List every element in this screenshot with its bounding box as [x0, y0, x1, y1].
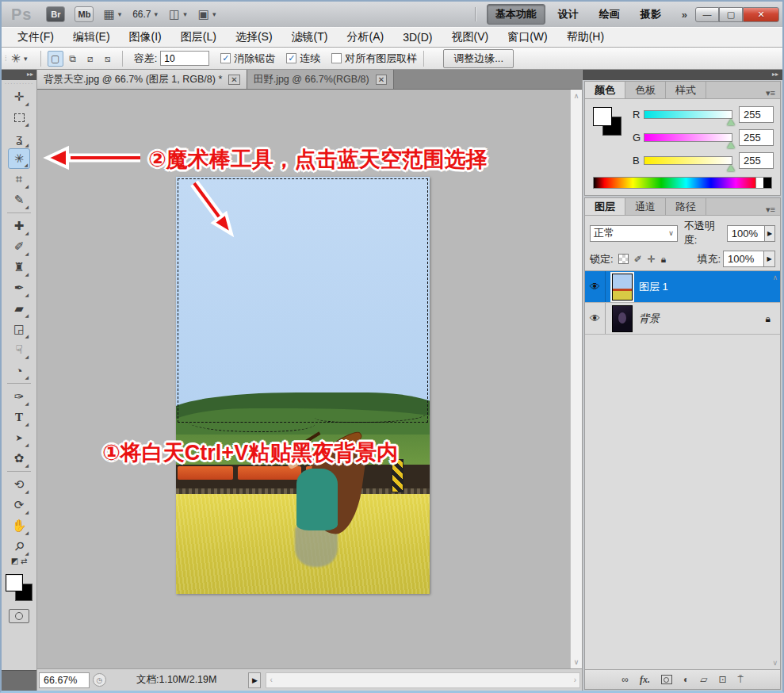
- quick-mask-button[interactable]: [9, 609, 29, 623]
- add-mask-icon[interactable]: [661, 675, 672, 684]
- tab-layers[interactable]: 图层: [585, 198, 625, 215]
- close-button[interactable]: ✕: [743, 7, 779, 22]
- foreground-color-swatch[interactable]: [6, 574, 23, 592]
- intersect-selection-button[interactable]: ⧅: [100, 51, 116, 67]
- bridge-button[interactable]: Br: [46, 6, 65, 22]
- red-slider[interactable]: [644, 110, 732, 119]
- spot-healing-brush-tool[interactable]: ✚◢: [8, 216, 30, 236]
- blue-slider[interactable]: [644, 156, 732, 165]
- 3d-orbit-tool[interactable]: ⟳◢: [8, 495, 30, 515]
- sample-all-layers-checkbox[interactable]: 对所有图层取样: [331, 52, 417, 66]
- horizontal-scrollbar[interactable]: ‹ ›: [266, 672, 580, 688]
- close-icon[interactable]: ✕: [376, 75, 387, 85]
- workspace-design-button[interactable]: 设计: [550, 5, 587, 24]
- menu-3d[interactable]: 3D(D): [393, 31, 442, 44]
- subtract-selection-button[interactable]: ⧄: [82, 51, 98, 67]
- doc-tab-sky[interactable]: 背景天空.jpg @ 66.7% (图层 1, RGB/8) * ✕: [37, 70, 247, 89]
- status-zoom-field[interactable]: 66.67%: [39, 672, 90, 688]
- red-value-field[interactable]: 255: [739, 106, 774, 123]
- color-spectrum-ramp[interactable]: [593, 177, 772, 189]
- current-tool-preset[interactable]: ✳ ▾: [11, 52, 28, 66]
- smudge-tool[interactable]: ☟◢: [8, 339, 30, 360]
- paint-bucket-tool[interactable]: ◲◢: [8, 319, 30, 339]
- layer-name[interactable]: 背景: [639, 312, 660, 326]
- white-swatch[interactable]: [755, 178, 763, 188]
- workspace-basic-button[interactable]: 基本功能: [487, 4, 545, 25]
- lock-position-icon[interactable]: ✛: [648, 254, 656, 265]
- dock-collapse-arrows[interactable]: ▸▸: [583, 70, 782, 80]
- tab-paths[interactable]: 路径: [666, 198, 706, 215]
- scroll-right-icon[interactable]: ›: [574, 676, 576, 684]
- refine-edge-button[interactable]: 调整边缘...: [443, 49, 514, 68]
- opacity-field[interactable]: 100%: [727, 225, 765, 242]
- delete-layer-icon[interactable]: ⍑: [737, 674, 743, 685]
- tab-styles[interactable]: 样式: [666, 82, 706, 98]
- custom-shape-tool[interactable]: ✿◢: [8, 448, 30, 469]
- menu-image[interactable]: 图像(I): [120, 30, 171, 44]
- screen-mode-button[interactable]: ▣▾: [198, 7, 216, 21]
- visibility-eye-icon[interactable]: 👁︎: [585, 303, 606, 334]
- type-tool[interactable]: T◢: [8, 407, 30, 427]
- menu-window[interactable]: 窗口(W): [498, 30, 557, 44]
- menu-analysis[interactable]: 分析(A): [337, 30, 393, 44]
- panel-menu-icon[interactable]: ▾≡: [766, 205, 780, 215]
- tab-swatches[interactable]: 色板: [625, 82, 666, 98]
- opacity-slider-arrow[interactable]: ▶: [765, 225, 775, 242]
- brush-tool[interactable]: ✐◢: [8, 236, 30, 257]
- layer-row-layer1[interactable]: 👁︎ 图层 1: [585, 271, 780, 303]
- workspace-photo-button[interactable]: 摄影: [633, 5, 669, 24]
- green-slider[interactable]: [644, 133, 732, 142]
- zoom-tool[interactable]: ⚲◢: [8, 536, 30, 557]
- restore-button[interactable]: ▢: [719, 7, 743, 22]
- black-swatch[interactable]: [763, 178, 771, 188]
- lasso-tool[interactable]: ʓ◢: [8, 128, 30, 148]
- arrange-documents-button[interactable]: ◫▾: [169, 7, 187, 21]
- doc-tab-field[interactable]: 田野.jpg @ 66.7%(RGB/8) ✕: [247, 70, 394, 89]
- fill-slider-arrow[interactable]: ▶: [764, 251, 775, 267]
- menu-view[interactable]: 视图(V): [442, 30, 498, 44]
- tolerance-input[interactable]: [160, 51, 209, 66]
- view-extras-button[interactable]: ▦▾: [103, 7, 121, 21]
- scroll-down-icon[interactable]: ∨: [772, 659, 778, 667]
- scroll-up-icon[interactable]: ∧: [574, 92, 579, 100]
- layer-name[interactable]: 图层 1: [639, 280, 668, 294]
- dodge-tool[interactable]: ◔◢: [8, 360, 30, 381]
- antialias-checkbox[interactable]: ✓ 消除锯齿: [220, 52, 275, 66]
- new-selection-button[interactable]: ▢: [48, 51, 63, 67]
- 3d-rotate-tool[interactable]: ⟲◢: [8, 474, 30, 495]
- lock-all-icon[interactable]: 🔒︎: [661, 254, 666, 265]
- clone-stamp-tool[interactable]: ♜◢: [8, 257, 30, 278]
- new-group-icon[interactable]: ▱: [700, 674, 707, 685]
- background-thumbnail[interactable]: [612, 305, 633, 332]
- menu-filter[interactable]: 滤镜(T): [282, 30, 338, 44]
- foreground-color-swatch[interactable]: [593, 107, 612, 126]
- zoom-level-control[interactable]: 66.7▾: [132, 9, 158, 20]
- close-icon[interactable]: ✕: [228, 75, 239, 85]
- scroll-down-icon[interactable]: ∨: [574, 658, 579, 666]
- contiguous-checkbox[interactable]: ✓ 连续: [286, 52, 320, 66]
- slider-handle[interactable]: [727, 142, 735, 148]
- layer-row-background[interactable]: 👁︎ 背景 🔒︎: [585, 303, 780, 335]
- tab-color[interactable]: 颜色: [585, 82, 625, 98]
- workspace-overflow-button[interactable]: »: [682, 9, 687, 21]
- minimize-button[interactable]: —: [695, 7, 719, 22]
- new-layer-icon[interactable]: ⊡: [718, 674, 726, 685]
- workspace-paint-button[interactable]: 绘画: [591, 5, 628, 24]
- scroll-left-icon[interactable]: ‹: [270, 676, 272, 684]
- magic-wand-tool[interactable]: ✳◢: [8, 148, 30, 169]
- hand-tool[interactable]: ✋◢: [8, 515, 30, 536]
- history-brush-tool[interactable]: ✒◢: [8, 278, 30, 298]
- slider-handle[interactable]: [727, 119, 735, 125]
- adjustment-layer-icon[interactable]: ◐: [683, 674, 689, 685]
- menu-file[interactable]: 文件(F): [8, 30, 63, 44]
- slider-handle[interactable]: [727, 165, 735, 171]
- menu-edit[interactable]: 编辑(E): [63, 30, 120, 44]
- layer-style-icon[interactable]: fx.: [640, 674, 650, 686]
- scroll-up-icon[interactable]: ∧: [772, 274, 778, 281]
- path-selection-tool[interactable]: ➤◢: [8, 427, 30, 448]
- rectangular-marquee-tool[interactable]: ◢: [8, 107, 30, 128]
- lock-pixels-icon[interactable]: ✐: [634, 254, 642, 265]
- blend-mode-select[interactable]: 正常 ∨: [590, 225, 678, 242]
- canvas-area[interactable]: ②魔术棒工具，点击蓝天空范围选择 ①将白天Ctrl+V粘贴黑夜背景内 ∧ ∨: [37, 90, 582, 668]
- panel-menu-icon[interactable]: ▾≡: [766, 88, 780, 98]
